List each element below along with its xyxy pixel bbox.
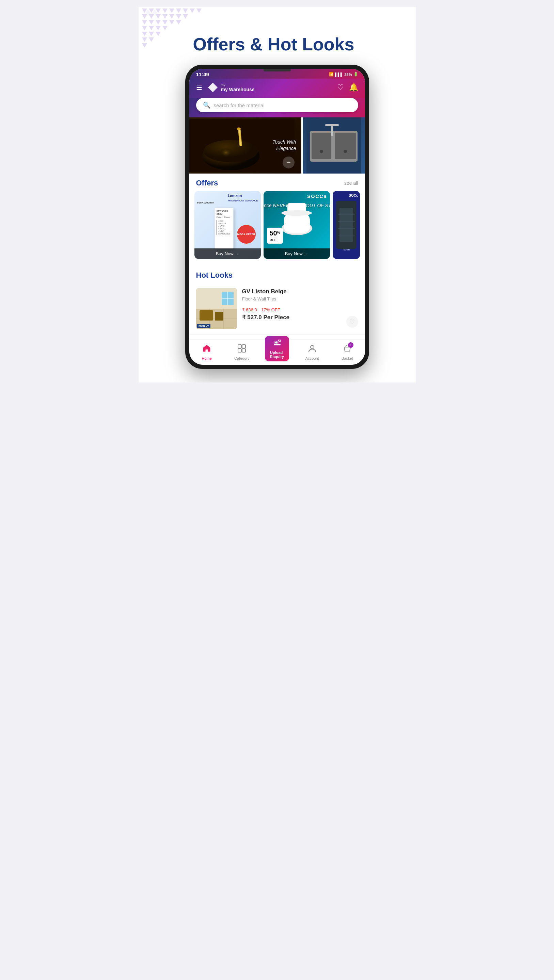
nav-home[interactable]: Home xyxy=(189,344,224,360)
app-logo-icon xyxy=(208,82,218,93)
tile-product-image: STATUARIO GREY Finish | Glossy ✓ ECO-FRI… xyxy=(215,208,233,249)
svg-rect-79 xyxy=(242,349,246,352)
see-all-offers[interactable]: see all xyxy=(344,180,358,186)
offer-card-socca-partial[interactable]: SOCc xyxy=(333,191,360,259)
tile-product-label: STATUARIO GREY Finish | Glossy ✓ ECO-FRI… xyxy=(215,208,233,237)
basket-label: Basket xyxy=(342,356,353,360)
product-category: Floor & Wall Tiles xyxy=(242,296,358,301)
logo-warehouse: my Warehouse xyxy=(221,87,255,92)
home-icon xyxy=(202,344,211,355)
logo-text-area: my my Warehouse xyxy=(221,83,255,92)
phone-notch xyxy=(263,69,291,72)
offers-section-header: Offers see all xyxy=(189,173,365,191)
nav-basket[interactable]: 1 Basket xyxy=(330,344,365,360)
search-icon: 🔍 xyxy=(203,102,211,109)
mega-offer-badge: MEGA OFFER xyxy=(237,225,256,243)
battery-level: 26% xyxy=(344,73,352,76)
search-container: 🔍 search for the material xyxy=(189,98,365,118)
steel-sink-illustration xyxy=(307,118,361,173)
svg-rect-46 xyxy=(331,124,333,136)
offer-card-socca[interactable]: SOCCa Elegance NEVER GOES OUT OF STYLE. xyxy=(263,191,330,259)
wifi-icon: 📶 xyxy=(329,72,334,76)
svg-rect-45 xyxy=(335,133,356,159)
notification-icon[interactable]: 🔔 xyxy=(349,83,358,92)
buy-now-button-1[interactable]: Buy Now → xyxy=(195,248,261,259)
nav-category[interactable]: Category xyxy=(224,344,259,360)
svg-point-48 xyxy=(320,150,323,153)
product-info: GV Liston Beige Floor & Wall Tiles ₹ 636… xyxy=(242,288,358,329)
svg-rect-47 xyxy=(325,124,339,126)
phone-container: 11:49 📶 ▌▌▌ 26% 🔋 ☰ xyxy=(139,65,416,382)
wishlist-icon[interactable]: ♡ xyxy=(337,83,344,92)
svg-point-53 xyxy=(281,210,312,216)
product-card-container: SOMANY GV Liston Beige Floor & Wall Tile… xyxy=(189,283,365,334)
banner-side[interactable] xyxy=(303,118,365,173)
hot-looks-section: Hot Looks xyxy=(189,264,365,340)
status-time: 11:49 xyxy=(196,72,209,77)
nav-upload-enquiry[interactable]: UploadEnquiry xyxy=(259,343,295,361)
svg-point-49 xyxy=(343,150,347,153)
sink-side-image xyxy=(303,118,365,173)
product-room-image: SOMANY xyxy=(196,288,237,329)
account-icon xyxy=(308,344,317,355)
nav-account[interactable]: Account xyxy=(295,344,330,360)
battery-icon: 🔋 xyxy=(353,72,358,76)
search-bar[interactable]: 🔍 search for the material xyxy=(196,98,358,112)
svg-point-40 xyxy=(237,127,240,130)
logo-my: my xyxy=(221,83,255,87)
discount-badge: 50% OFF xyxy=(267,228,283,243)
original-price: ₹ 636.0 xyxy=(242,307,257,312)
socca-partial-brand: SOCc xyxy=(349,194,358,197)
phone-frame: 11:49 📶 ▌▌▌ 26% 🔋 ☰ xyxy=(185,65,369,369)
tile-size-label: 600X1200mm xyxy=(197,201,214,204)
buy-now-button-2[interactable]: Buy Now → xyxy=(263,248,330,259)
svg-text:Remote: Remote xyxy=(343,249,350,251)
svg-rect-75 xyxy=(206,350,208,352)
svg-rect-69 xyxy=(215,312,224,321)
banner-tagline: Touch WithElegance xyxy=(272,139,296,152)
banner-section: Touch WithElegance → xyxy=(189,118,365,173)
upload-enquiry-button[interactable]: UploadEnquiry xyxy=(265,336,289,361)
main-content: Touch WithElegance → xyxy=(189,118,365,340)
offers-title: Offers xyxy=(196,179,218,188)
wishlist-button[interactable]: ♡ xyxy=(346,316,358,328)
svg-rect-77 xyxy=(242,345,246,348)
header-right: ♡ 🔔 xyxy=(337,83,358,92)
signal-icon: ▌▌▌ xyxy=(335,73,343,76)
svg-rect-68 xyxy=(200,310,213,321)
product-thumbnail: SOMANY xyxy=(196,288,237,329)
lemzon-brand: Lemzon MAGNIFICAT SURFACE xyxy=(228,194,258,202)
page-wrapper: Offers & Hot Looks 11:49 📶 ▌▌▌ 26% 🔋 xyxy=(139,7,416,382)
phone-screen: 11:49 📶 ▌▌▌ 26% 🔋 ☰ xyxy=(189,69,365,365)
svg-text:SOMANY: SOMANY xyxy=(198,325,209,327)
offers-carousel: Lemzon MAGNIFICAT SURFACE 600X1200mm STA… xyxy=(189,191,365,264)
app-header: ☰ my my Warehouse xyxy=(189,79,365,98)
offer-card-lemzon[interactable]: Lemzon MAGNIFICAT SURFACE 600X1200mm STA… xyxy=(195,191,261,259)
category-label: Category xyxy=(234,356,250,360)
hot-looks-header: Hot Looks xyxy=(189,266,365,283)
partial-product-illustration: Remote xyxy=(333,191,360,259)
product-name: GV Liston Beige xyxy=(242,288,358,295)
current-price: ₹ 527.0 Per Piece xyxy=(242,314,358,321)
lemzon-subtitle: MAGNIFICAT SURFACE xyxy=(228,199,258,202)
logo-area: my my Warehouse xyxy=(208,82,255,93)
product-pricing: ₹ 636.0 17% OFF ₹ 527.0 Per Piece xyxy=(242,307,358,321)
bottom-nav: Home Category xyxy=(189,340,365,365)
svg-point-82 xyxy=(311,345,314,349)
banner-main[interactable]: Touch WithElegance → xyxy=(189,118,301,173)
upload-label: UploadEnquiry xyxy=(270,350,284,359)
banner-arrow-button[interactable]: → xyxy=(283,156,295,169)
hot-looks-title: Hot Looks xyxy=(196,271,233,280)
page-title: Offers & Hot Looks xyxy=(139,7,416,65)
svg-rect-78 xyxy=(238,349,241,352)
basket-count-badge: 1 xyxy=(348,342,353,348)
svg-rect-44 xyxy=(311,133,331,159)
upload-icon xyxy=(273,339,282,350)
hamburger-menu[interactable]: ☰ xyxy=(196,83,202,92)
svg-rect-56 xyxy=(340,208,353,242)
status-icons: 📶 ▌▌▌ 26% 🔋 xyxy=(329,72,358,76)
basket-badge-container: 1 xyxy=(343,344,352,355)
discount-percentage: 17% OFF xyxy=(261,307,280,312)
search-placeholder: search for the material xyxy=(214,102,265,108)
account-label: Account xyxy=(305,356,319,360)
